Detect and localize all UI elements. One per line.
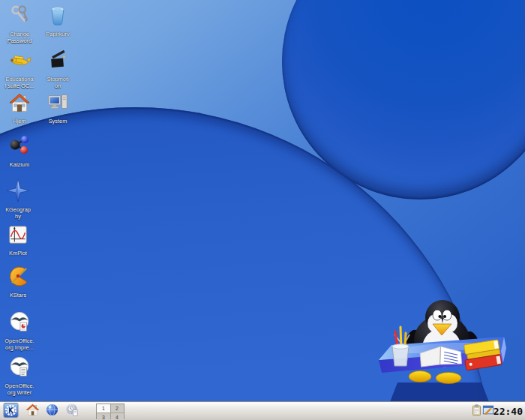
icon-label: Papirkurv bbox=[38, 31, 77, 38]
pager-number: 2 bbox=[116, 406, 118, 411]
desktop-icon-system[interactable]: System bbox=[38, 93, 77, 128]
desktop-icon-trash[interactable]: Papirkurv bbox=[38, 6, 77, 40]
klipper-tray-icon[interactable] bbox=[471, 404, 482, 418]
web-browser-button[interactable] bbox=[44, 404, 60, 419]
clock-time: 22:40 bbox=[494, 406, 523, 417]
desktop-icon-kgeography[interactable]: KGeograp hy bbox=[0, 182, 38, 225]
star-chart-icon bbox=[6, 264, 30, 291]
house-icon bbox=[8, 92, 31, 117]
taskbar-clock[interactable]: 22:40 bbox=[493, 404, 523, 418]
desktop-icon-kmplot[interactable]: KmPlot bbox=[0, 225, 38, 260]
home-button[interactable] bbox=[24, 404, 40, 419]
pager-desktop-2[interactable]: 2 bbox=[111, 404, 124, 412]
molecule-icon bbox=[8, 134, 32, 160]
tux-penguin-artwork bbox=[375, 298, 514, 404]
desktop-icon-stopmotion[interactable]: Stopmoti on bbox=[38, 51, 77, 94]
pager-desktop-3[interactable]: 3 bbox=[97, 413, 110, 420]
function-plot-icon bbox=[7, 224, 29, 249]
home-icon bbox=[26, 403, 40, 420]
desktop-tool-tray-icon[interactable] bbox=[482, 404, 494, 418]
icon-label: KmPlot bbox=[0, 250, 38, 256]
icon-label: Educationa l suite GC... bbox=[0, 76, 40, 90]
icon-label: Kalzium bbox=[0, 161, 40, 168]
desktop-icon-ooo-impress[interactable]: OpenOffice. org Impre... bbox=[0, 313, 39, 356]
kde-menu-icon bbox=[3, 403, 19, 420]
globe-icon bbox=[45, 403, 59, 420]
icon-label: KGeograp hy bbox=[0, 206, 38, 220]
globe-clock-icon bbox=[65, 403, 80, 420]
pager-number: 1 bbox=[102, 406, 105, 411]
desktop-pager: 1 2 3 4 bbox=[96, 404, 124, 419]
web-profile-button[interactable] bbox=[64, 404, 80, 419]
compass-star-icon bbox=[6, 178, 30, 206]
icon-label: Stopmoti on bbox=[38, 76, 77, 90]
icon-label: KStars bbox=[0, 292, 38, 298]
icon-label: OpenOffice. org Writer bbox=[0, 382, 40, 397]
icon-label: OpenOffice. org Impre... bbox=[0, 338, 40, 352]
pager-number: 3 bbox=[102, 415, 105, 420]
taskbar: 1 2 3 4 22:40 bbox=[0, 402, 525, 420]
desktop-icon-home[interactable]: Hjem bbox=[0, 93, 39, 128]
icon-label: Change Password bbox=[0, 31, 40, 45]
desktop-icon-kalzium[interactable]: Kalzium bbox=[0, 136, 39, 171]
desktop-icon-ooo-writer[interactable]: OpenOffice. org Writer bbox=[0, 358, 39, 401]
clipboard-icon bbox=[471, 404, 482, 420]
icon-label: System bbox=[38, 118, 77, 124]
desktop-icon-kstars[interactable]: KStars bbox=[0, 267, 38, 302]
icon-label: Hjem bbox=[0, 118, 40, 124]
computer-icon bbox=[46, 92, 69, 117]
desktop-icon-change-password[interactable]: Change Password bbox=[0, 6, 39, 50]
pager-desktop-1[interactable]: 1 bbox=[97, 404, 110, 412]
pager-desktop-4[interactable]: 4 bbox=[111, 413, 124, 420]
keys-icon bbox=[8, 4, 31, 30]
clapperboard-icon bbox=[46, 50, 69, 75]
kde-menu-button[interactable] bbox=[2, 404, 19, 419]
trash-icon bbox=[47, 4, 68, 30]
desktop-icon-educational-suite[interactable]: Educationa l suite GC... bbox=[0, 51, 39, 94]
desktop: Change Password Papirkurv Educationa l s… bbox=[0, 0, 525, 420]
writer-icon bbox=[8, 356, 31, 382]
biplane-icon bbox=[8, 50, 31, 75]
impress-icon bbox=[8, 311, 31, 337]
pager-number: 4 bbox=[116, 415, 118, 420]
